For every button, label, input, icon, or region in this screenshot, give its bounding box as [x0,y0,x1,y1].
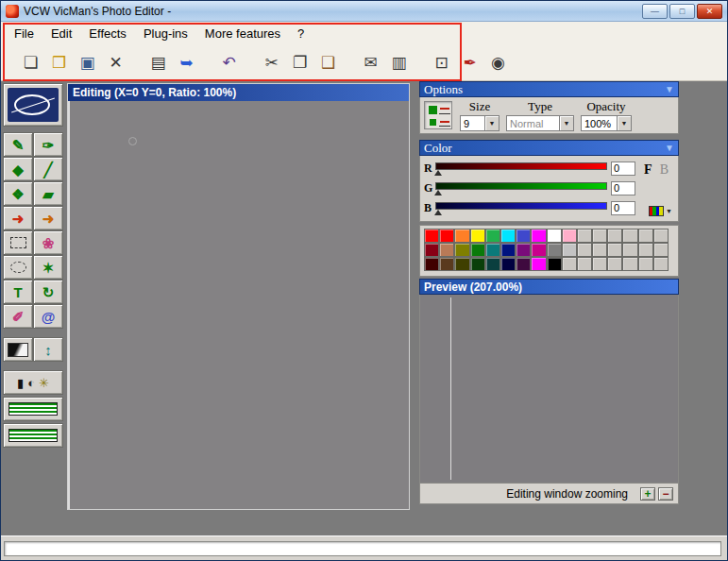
palette-swatch[interactable] [439,229,454,243]
palette-swatch[interactable] [500,243,516,257]
color-adjust-button[interactable]: ▮◐✳ [3,370,63,395]
palette-swatch[interactable] [531,243,546,257]
palette-swatch[interactable] [485,257,500,271]
rotate-button[interactable]: ↻ [33,280,63,304]
palette-swatch[interactable] [622,257,637,271]
palette-swatch[interactable] [439,243,454,257]
palette-swatch[interactable] [547,229,562,243]
shape-button[interactable]: ◆ [3,157,33,181]
green-slider-track[interactable] [435,182,607,190]
opacity-dropdown-button[interactable]: ▼ [617,116,631,130]
palette-swatch[interactable] [592,229,607,243]
palette-swatch[interactable] [607,243,622,257]
blue-slider[interactable] [435,201,607,216]
palette-swatch[interactable] [577,257,592,271]
palette-swatch[interactable] [424,257,439,271]
line-button[interactable]: ╱ [33,157,63,181]
eraser-button[interactable]: ✐ [3,304,33,329]
blue-slider-thumb[interactable] [434,210,442,215]
palette-swatch[interactable] [500,229,516,243]
resize-button[interactable]: ↕ [33,337,63,362]
palette-swatch[interactable] [470,243,485,257]
select-ellipse-button[interactable] [3,255,33,280]
pattern-fill-button[interactable]: ➜ [33,206,63,230]
type-dropdown[interactable]: Normal ▼ [506,115,574,131]
palette-swatch[interactable] [516,243,531,257]
palette-swatch[interactable] [531,229,546,243]
palette-swatch[interactable] [485,243,500,257]
palette-swatch[interactable] [638,243,653,257]
color-picker-button[interactable]: ▼ [649,206,672,216]
palette-swatch[interactable] [653,257,669,271]
current-tool-display[interactable] [3,83,63,127]
zoom-out-button[interactable]: − [658,487,673,501]
spray-button[interactable]: ❖ [3,181,33,206]
palette-swatch[interactable] [424,229,439,243]
palette-swatch[interactable] [516,257,531,271]
palette-swatch[interactable] [653,243,669,257]
webcam-button[interactable]: ◉ [485,50,511,76]
palette-swatch[interactable] [424,243,439,257]
palette-swatch[interactable] [454,257,469,271]
palette-swatch[interactable] [562,229,577,243]
palette-swatch[interactable] [439,257,454,271]
palette-swatch[interactable] [470,229,485,243]
palette-swatch[interactable] [638,257,653,271]
collapse-icon[interactable]: ▼ [665,85,674,94]
clone-brush-button[interactable]: ❀ [33,230,63,255]
preview-area[interactable] [419,295,679,484]
palette-swatch[interactable] [577,229,592,243]
red-slider[interactable] [435,162,607,177]
zoom-in-button[interactable]: + [640,487,655,501]
palette-swatch[interactable] [607,257,622,271]
foreground-label[interactable]: F [644,162,652,177]
close-button[interactable]: ✕ [697,4,722,19]
palette-swatch[interactable] [454,229,469,243]
green-value-field[interactable]: 0 [611,181,635,196]
magic-wand-button[interactable]: ✶ [33,255,63,280]
palette-swatch[interactable] [592,257,607,271]
palette-swatch[interactable] [516,229,531,243]
red-value-field[interactable]: 0 [611,162,635,176]
maximize-button[interactable]: □ [669,4,695,19]
palette-swatch[interactable] [500,257,516,271]
interlace-button[interactable] [3,397,63,421]
collapse-icon[interactable]: ▼ [665,144,674,153]
palette-swatch[interactable] [622,243,637,257]
brush-shape-icon[interactable] [424,101,452,129]
gradient-fill-button[interactable]: ➜ [3,206,33,230]
editing-canvas[interactable] [68,101,409,509]
palette-swatch[interactable] [622,229,637,243]
red-slider-thumb[interactable] [434,170,442,176]
text-button[interactable]: T [3,280,33,304]
palette-swatch[interactable] [562,257,577,271]
palette-swatch[interactable] [577,243,592,257]
red-slider-track[interactable] [435,162,607,170]
palette-swatch[interactable] [638,229,653,243]
type-dropdown-button[interactable]: ▼ [559,116,573,130]
background-label[interactable]: B [660,162,669,177]
blue-slider-track[interactable] [435,202,607,210]
green-slider[interactable] [435,181,607,196]
palette-swatch[interactable] [454,243,469,257]
blue-value-field[interactable]: 0 [611,201,635,215]
scanlines-button[interactable] [3,423,63,448]
opacity-dropdown[interactable]: 100% ▼ [581,115,632,131]
pencil-button[interactable]: ✎ [3,132,33,157]
gradient-button[interactable] [3,337,33,362]
palette-swatch[interactable] [485,229,500,243]
size-dropdown-button[interactable]: ▼ [484,116,499,130]
minimize-button[interactable]: — [642,4,668,19]
palette-swatch[interactable] [547,243,562,257]
palette-swatch[interactable] [562,243,577,257]
green-slider-thumb[interactable] [434,190,442,196]
palette-swatch[interactable] [607,229,622,243]
select-rectangle-button[interactable] [3,230,33,255]
palette-swatch[interactable] [653,229,669,243]
palette-swatch[interactable] [547,257,562,271]
fill-button[interactable]: ▰ [33,181,63,206]
swirl-button[interactable]: @ [33,304,63,329]
palette-swatch[interactable] [592,243,607,257]
palette-swatch[interactable] [531,257,546,271]
palette-swatch[interactable] [470,257,485,271]
